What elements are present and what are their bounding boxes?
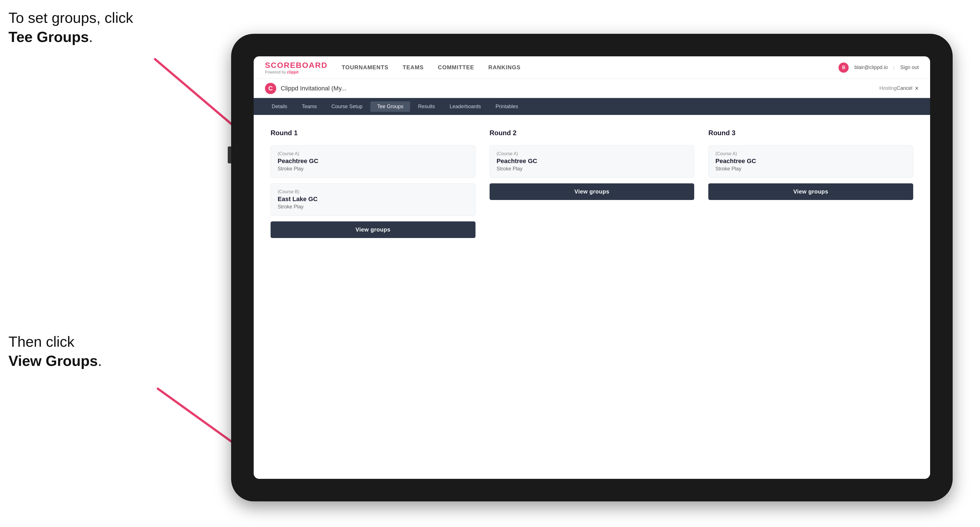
instruction-bottom-line1: Then click xyxy=(8,333,75,350)
tournament-bar: C Clippd Invitational (My... Hosting Can… xyxy=(254,79,930,98)
tournament-name: Clippd Invitational (My... xyxy=(281,85,877,92)
round-3-view-groups-button[interactable]: View groups xyxy=(708,183,913,200)
round-3-course-a-card: (Course A) Peachtree GC Stroke Play xyxy=(708,145,913,178)
tablet-frame: SCOREBOARD Powered by clippit TOURNAMENT… xyxy=(231,34,953,502)
top-nav: SCOREBOARD Powered by clippit TOURNAMENT… xyxy=(254,56,930,79)
instruction-bottom-bold: View Groups xyxy=(8,352,98,369)
nav-rankings[interactable]: RANKINGS xyxy=(488,63,520,72)
tournament-logo: C xyxy=(265,83,276,94)
round-2-course-a-card: (Course A) Peachtree GC Stroke Play xyxy=(490,145,695,178)
logo-area: SCOREBOARD Powered by clippit xyxy=(265,61,328,75)
round-1-course-a-name: Peachtree GC xyxy=(278,157,468,165)
tab-details[interactable]: Details xyxy=(265,102,294,112)
nav-right: B blair@clippd.io | Sign out xyxy=(838,62,919,73)
sign-out-link[interactable]: Sign out xyxy=(900,65,919,70)
nav-divider: | xyxy=(894,65,895,70)
round-1-view-groups-button[interactable]: View groups xyxy=(270,221,476,238)
tab-results[interactable]: Results xyxy=(411,102,442,112)
round-3-course-a-label: (Course A) xyxy=(715,151,906,156)
round-2-course-a-name: Peachtree GC xyxy=(496,157,687,165)
round-1-course-a-format: Stroke Play xyxy=(278,166,468,172)
round-3-course-a-format: Stroke Play xyxy=(715,166,906,172)
tab-leaderboards[interactable]: Leaderboards xyxy=(443,102,488,112)
tablet-side-button xyxy=(228,146,231,163)
tab-teams[interactable]: Teams xyxy=(295,102,324,112)
cancel-button[interactable]: Cancel ✕ xyxy=(897,85,919,92)
round-2-course-a-format: Stroke Play xyxy=(496,166,687,172)
round-1-course-a-card: (Course A) Peachtree GC Stroke Play xyxy=(270,145,476,178)
nav-committee[interactable]: COMMITTEE xyxy=(438,63,474,72)
instruction-bottom: Then click View Groups. xyxy=(8,332,102,370)
tab-course-setup[interactable]: Course Setup xyxy=(325,102,369,112)
nav-items: TOURNAMENTS TEAMS COMMITTEE RANKINGS xyxy=(342,63,838,72)
round-1-section: Round 1 (Course A) Peachtree GC Stroke P… xyxy=(270,129,476,238)
round-3-title: Round 3 xyxy=(708,129,913,137)
round-1-course-a-label: (Course A) xyxy=(278,151,468,156)
user-email: blair@clippd.io xyxy=(854,65,888,70)
logo-accent: A xyxy=(309,61,315,70)
round-1-course-b-label: (Course B) xyxy=(278,189,468,194)
round-3-section: Round 3 (Course A) Peachtree GC Stroke P… xyxy=(708,129,913,238)
logo-sub: Powered by clippit xyxy=(265,70,328,75)
round-1-title: Round 1 xyxy=(270,129,476,137)
round-3-course-a-name: Peachtree GC xyxy=(715,157,906,165)
tournament-status: Hosting xyxy=(880,85,897,91)
main-content: Round 1 (Course A) Peachtree GC Stroke P… xyxy=(254,115,930,479)
tab-bar: Details Teams Course Setup Tee Groups Re… xyxy=(254,98,930,115)
logo-text: SCOREBOARD xyxy=(265,61,328,70)
round-1-course-b-name: East Lake GC xyxy=(278,195,468,203)
logo-main: SCOREBO xyxy=(265,61,309,70)
round-2-section: Round 2 (Course A) Peachtree GC Stroke P… xyxy=(490,129,695,238)
tablet-screen: SCOREBOARD Powered by clippit TOURNAMENT… xyxy=(254,56,930,479)
nav-tournaments[interactable]: TOURNAMENTS xyxy=(342,63,388,72)
round-2-view-groups-button[interactable]: View groups xyxy=(490,183,695,200)
user-avatar: B xyxy=(838,62,849,73)
round-2-title: Round 2 xyxy=(490,129,695,137)
nav-teams[interactable]: TEAMS xyxy=(402,63,424,72)
tab-tee-groups[interactable]: Tee Groups xyxy=(371,102,410,112)
round-1-course-b-format: Stroke Play xyxy=(278,204,468,210)
tab-printables[interactable]: Printables xyxy=(489,102,525,112)
cancel-icon: ✕ xyxy=(915,85,919,92)
rounds-grid: Round 1 (Course A) Peachtree GC Stroke P… xyxy=(270,129,913,238)
round-2-course-a-label: (Course A) xyxy=(496,151,687,156)
instruction-top-line1: To set groups, click xyxy=(8,10,133,26)
round-1-course-b-card: (Course B) East Lake GC Stroke Play xyxy=(270,183,476,216)
